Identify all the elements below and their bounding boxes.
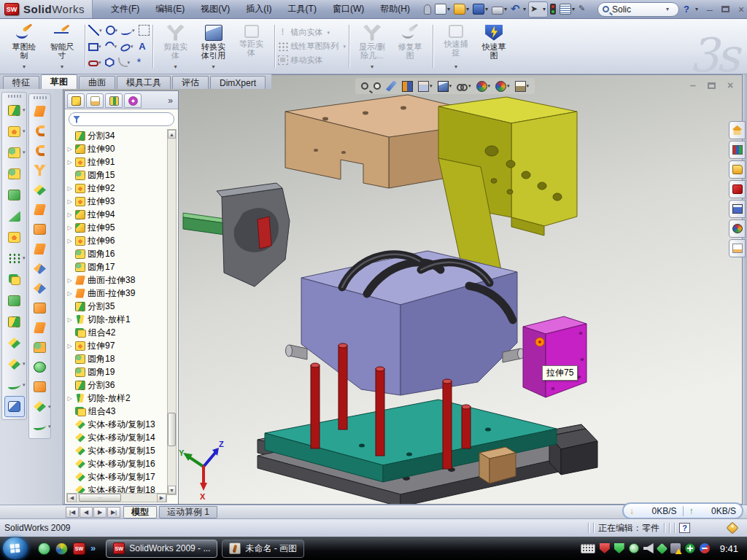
expand-arrow-icon[interactable]: ▷ <box>66 238 73 244</box>
tag-icon[interactable] <box>727 522 739 534</box>
expand-arrow-icon[interactable]: ▷ <box>66 316 73 323</box>
tree-item[interactable]: ▷切除-放样1 <box>66 313 167 326</box>
taskpane-tab-view-palette[interactable] <box>729 200 746 218</box>
tree-item[interactable]: 组合43 <box>66 405 167 418</box>
tree-filter-box[interactable] <box>69 112 174 126</box>
tree-item[interactable]: 实体-移动/复制14 <box>66 431 167 444</box>
dropdown-caret[interactable]: ▾ <box>430 83 433 89</box>
linear-sketch-pattern-button[interactable]: 线性草图阵列 ▾ <box>276 41 348 52</box>
dropdown-caret[interactable]: ▾ <box>23 149 26 155</box>
restore-button[interactable] <box>721 6 729 12</box>
expand-arrow-icon[interactable]: ▷ <box>66 159 73 166</box>
dropdown-caret[interactable]: ▾ <box>99 28 102 34</box>
tree-item[interactable]: 分割36 <box>66 378 167 392</box>
tree-item[interactable]: ▷拉伸90 <box>66 142 167 155</box>
diamond-green-tray-icon[interactable] <box>656 542 667 554</box>
tree-item[interactable]: 实体-移动/复制13 <box>66 418 167 431</box>
surface-1-button[interactable] <box>30 180 50 200</box>
zoom-area-button[interactable] <box>372 82 382 90</box>
slot-button[interactable]: ▾ <box>87 55 103 70</box>
dropdown-caret[interactable]: ▾ <box>468 83 471 89</box>
expand-arrow-icon[interactable]: ▷ <box>66 211 73 218</box>
dropdown-caret[interactable]: ▾ <box>488 83 491 89</box>
tree-item[interactable]: ▷拉伸91 <box>66 155 167 168</box>
tree-item[interactable]: ▷拉伸92 <box>66 182 167 195</box>
chevron-quicklaunch-icon[interactable]: » <box>90 542 96 555</box>
fillet-button[interactable]: ▾ <box>4 142 25 163</box>
scroll-up-button[interactable]: ▲ <box>168 130 176 139</box>
offset-entities-button[interactable]: 等距实 体 <box>233 22 271 71</box>
swept-surface-button[interactable] <box>30 101 50 121</box>
scroll-right-button[interactable]: ▶ <box>157 494 166 502</box>
tab-feature-manager[interactable] <box>67 93 85 108</box>
surface-3-button[interactable] <box>30 219 50 239</box>
tree-item[interactable]: 实体-移动/复制16 <box>66 457 167 470</box>
rapid-sketch-button[interactable]: 快速草 图 <box>475 22 513 71</box>
dropdown-caret[interactable]: ▾ <box>115 28 118 34</box>
dropdown-caret[interactable]: ▾ <box>212 63 215 70</box>
menu-item[interactable]: 工具(T) <box>280 0 325 18</box>
repair-sketch-button[interactable]: 修复草 图 <box>391 22 429 71</box>
dropdown-caret[interactable]: ▾ <box>23 128 26 134</box>
circle-button[interactable]: ▾ <box>104 23 120 38</box>
move-surface-button[interactable]: ▾ <box>30 397 50 416</box>
dropdown-caret[interactable]: ▾ <box>23 255 26 261</box>
network-warning-tray-icon[interactable] <box>670 543 681 553</box>
minimize-button[interactable]: – <box>704 4 716 15</box>
search-dropdown-caret[interactable]: ▾ <box>666 6 669 12</box>
tab-特征[interactable]: 特征 <box>3 76 39 89</box>
taskpane-tab-design-library[interactable] <box>729 141 746 159</box>
combine-bodies-button[interactable] <box>4 290 25 311</box>
tab-configuration-manager[interactable] <box>105 93 123 108</box>
updater-tray-icon[interactable] <box>700 543 710 553</box>
convert-entities-button[interactable]: 转换实 体引用 ▾ <box>195 22 233 71</box>
dropdown-caret[interactable]: ▾ <box>449 83 452 89</box>
boundary-surface-button[interactable] <box>30 259 50 279</box>
offset-surface-button[interactable] <box>30 318 50 338</box>
save-button[interactable]: ▾ <box>471 1 489 18</box>
doc-tab-运动算例 1[interactable]: 运动算例 1 <box>159 506 217 518</box>
text-button[interactable]: A <box>136 39 150 54</box>
tree-item[interactable]: 实体-移动/复制17 <box>66 470 167 483</box>
split-button[interactable] <box>4 311 25 332</box>
knit-surface-button[interactable] <box>30 279 50 298</box>
expand-arrow-icon[interactable]: ▷ <box>66 343 73 349</box>
tree-item[interactable]: ▷曲面-拉伸38 <box>66 273 167 287</box>
tab-曲面[interactable]: 曲面 <box>79 76 115 89</box>
rebuild-button[interactable] <box>549 1 557 18</box>
scroll-left-button[interactable]: ◀ <box>67 494 77 502</box>
help-button[interactable]: ? <box>684 4 689 15</box>
tree-vertical-scrollbar[interactable]: ▲ ▼ <box>167 129 177 495</box>
point-button[interactable]: * <box>132 55 146 70</box>
solidworks-quicklaunch-icon[interactable]: SW <box>73 542 85 555</box>
display-style-button[interactable]: ▾ <box>436 80 454 93</box>
tab-dimxpert-manager[interactable] <box>124 93 142 108</box>
apply-scene-button[interactable]: ▾ <box>494 80 511 93</box>
rib-button[interactable] <box>4 184 25 206</box>
taskpane-tab-solidworks-resources[interactable] <box>729 180 746 198</box>
tree-item[interactable]: ▷拉伸94 <box>66 208 167 221</box>
extrude-cut-button[interactable]: ▾ <box>4 121 25 142</box>
tree-item[interactable]: 组合42 <box>66 326 167 339</box>
revolved-surface-button[interactable] <box>30 121 50 141</box>
menu-item[interactable]: 编辑(E) <box>147 0 193 18</box>
search-input[interactable] <box>612 4 663 15</box>
taskpane-tab-home[interactable] <box>729 121 746 139</box>
taskbar-button[interactable]: SWSolidWorks 2009 - ... <box>106 540 217 558</box>
measure-button[interactable] <box>4 396 25 417</box>
taskpane-tab-custom-properties[interactable] <box>729 239 746 257</box>
options-button[interactable]: ▾ <box>558 1 576 18</box>
doc-nav-button-2[interactable]: ▶ <box>93 507 107 518</box>
section-view-button[interactable] <box>400 80 414 93</box>
taskpane-tab-file-explorer[interactable] <box>729 160 746 179</box>
extrude-boss-button[interactable]: ▾ <box>4 100 25 121</box>
tab-property-manager[interactable] <box>86 93 104 108</box>
shield-green-tray-icon[interactable] <box>614 543 624 553</box>
menu-item[interactable]: 帮助(H) <box>372 0 418 18</box>
dropdown-caret[interactable]: ▾ <box>115 44 117 50</box>
dropdown-caret[interactable]: ▾ <box>543 6 546 12</box>
menu-item[interactable]: 视图(V) <box>193 0 238 18</box>
dropdown-caret[interactable]: ▾ <box>447 6 450 12</box>
combine-button[interactable] <box>4 269 25 290</box>
dropdown-caret[interactable]: ▾ <box>23 361 26 367</box>
